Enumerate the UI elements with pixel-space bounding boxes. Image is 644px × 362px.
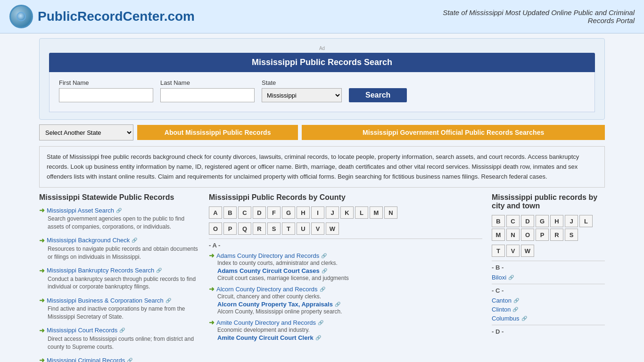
- court-records-link[interactable]: ➜ Mississippi Court Records 🔗: [39, 327, 199, 334]
- corporation-search-link[interactable]: ➜ Mississippi Business & Corporation Sea…: [39, 296, 199, 304]
- adams-county-link[interactable]: ➜ Adams County Directory and Records 🔗: [209, 252, 482, 259]
- search-button[interactable]: Search: [349, 88, 407, 102]
- item-desc: Search government agencies open to the p…: [48, 215, 199, 231]
- city-btn-O[interactable]: O: [521, 229, 534, 241]
- alpha-grid-row1: A B C D F G H I J K L M N: [209, 206, 482, 219]
- clinton-link[interactable]: Clinton 🔗: [492, 306, 605, 313]
- search-box-title: Mississippi Public Records Search: [49, 53, 595, 72]
- city-btn-C[interactable]: C: [506, 215, 520, 227]
- external-link-icon: 🔗: [321, 253, 327, 258]
- alpha-btn-T[interactable]: T: [282, 222, 295, 235]
- city-btn-T[interactable]: T: [492, 245, 505, 257]
- state-select-search[interactable]: Mississippi Alabama Alaska: [262, 88, 342, 102]
- state-nav-select[interactable]: Select Another State Alabama Alaska Ariz…: [39, 124, 133, 140]
- alpha-btn-I[interactable]: I: [311, 206, 324, 219]
- alpha-btn-R[interactable]: R: [253, 222, 266, 235]
- external-link-icon: 🔗: [322, 268, 327, 273]
- external-link-icon: 🔗: [335, 302, 340, 307]
- external-link-icon: 🔗: [156, 268, 162, 273]
- list-item: ➜ Mississippi Background Check 🔗 Resourc…: [39, 237, 199, 261]
- section-d-label: - D -: [492, 328, 605, 335]
- city-btn-V[interactable]: V: [506, 245, 520, 257]
- search-fields: First Name Last Name State Mississippi A…: [49, 72, 595, 112]
- alpha-btn-B[interactable]: B: [223, 206, 237, 219]
- city-btn-S[interactable]: S: [565, 229, 578, 241]
- logo-text[interactable]: PublicRecordCenter.com: [38, 9, 195, 24]
- alpha-btn-V[interactable]: V: [311, 222, 324, 235]
- alpha-btn-K[interactable]: K: [340, 206, 354, 219]
- city-btn-M[interactable]: M: [492, 229, 505, 241]
- alpha-btn-M[interactable]: M: [370, 206, 383, 219]
- adams-circuit-link[interactable]: Adams County Circuit Court Cases 🔗: [217, 267, 482, 274]
- amite-county-link[interactable]: ➜ Amite County Directory and Records 🔗: [209, 319, 482, 326]
- alpha-btn-F[interactable]: F: [267, 206, 281, 219]
- alpha-btn-Q[interactable]: Q: [238, 222, 251, 235]
- logo-icon: [9, 5, 33, 28]
- item-desc: Resources to navigate public records and…: [48, 245, 199, 261]
- criminal-records-link[interactable]: ➜ Mississippi Criminal Records 🔗: [39, 356, 199, 362]
- alpha-btn-S[interactable]: S: [267, 222, 281, 235]
- external-link-icon: 🔗: [165, 298, 171, 303]
- list-item: ➜ Mississippi Business & Corporation Sea…: [39, 296, 199, 321]
- city-btn-J[interactable]: J: [565, 215, 578, 227]
- arrow-icon: ➜: [209, 285, 215, 293]
- arrow-icon: ➜: [209, 252, 215, 259]
- list-item: ➜ Mississippi Criminal Records 🔗: [39, 356, 199, 362]
- first-name-label: First Name: [59, 79, 153, 86]
- external-link-icon: 🔗: [119, 328, 125, 333]
- canton-link[interactable]: Canton 🔗: [492, 297, 605, 304]
- city-btn-N[interactable]: N: [506, 229, 520, 241]
- alpha-btn-N[interactable]: N: [384, 206, 397, 219]
- alcorn-property-link[interactable]: Alcorn County Property Tax, Appraisals 🔗: [217, 301, 482, 308]
- list-item: ➜ Mississippi Asset Search 🔗 Search gove…: [39, 206, 199, 231]
- external-link-icon: 🔗: [315, 335, 321, 340]
- city-btn-D[interactable]: D: [521, 215, 534, 227]
- city-btn-B[interactable]: B: [492, 215, 505, 227]
- county-desc: Index to county courts, administrator an…: [217, 260, 482, 266]
- alpha-btn-O[interactable]: O: [209, 222, 222, 235]
- alpha-btn-A[interactable]: A: [209, 206, 222, 219]
- columbus-link[interactable]: Columbus 🔗: [492, 315, 605, 322]
- external-link-icon: 🔗: [521, 316, 527, 321]
- first-name-input[interactable]: [59, 88, 153, 102]
- bankruptcy-search-link[interactable]: ➜ Mississippi Bankruptcy Records Search …: [39, 267, 199, 274]
- section-a-label: - A -: [209, 242, 482, 249]
- alpha-btn-W[interactable]: W: [326, 222, 339, 235]
- alpha-btn-U[interactable]: U: [297, 222, 310, 235]
- county-item: ➜ Alcorn County Directory and Records 🔗 …: [209, 285, 482, 315]
- content-area: Mississippi Statewide Public Records ➜ M…: [39, 193, 605, 362]
- city-btn-G[interactable]: G: [536, 215, 549, 227]
- last-name-label: Last Name: [160, 79, 255, 86]
- city-btn-W[interactable]: W: [521, 245, 534, 257]
- amite-circuit-link[interactable]: Amite County Circuit Court Clerk 🔗: [217, 334, 482, 341]
- site-logo: PublicRecordCenter.com: [9, 5, 195, 28]
- alpha-btn-P[interactable]: P: [223, 222, 237, 235]
- right-heading: Mississippi public records by city and t…: [492, 193, 605, 210]
- city-btn-H[interactable]: H: [550, 215, 563, 227]
- city-btn-P[interactable]: P: [536, 229, 549, 241]
- alpha-btn-D[interactable]: D: [253, 206, 266, 219]
- alpha-btn-H[interactable]: H: [297, 206, 310, 219]
- gov-button[interactable]: Mississippi Government Official Public R…: [302, 125, 605, 140]
- external-link-icon: 🔗: [132, 238, 137, 243]
- arrow-icon: ➜: [39, 206, 45, 214]
- left-heading: Mississippi Statewide Public Records: [39, 193, 199, 202]
- county-sub-desc: Circuit court cases, marriage license, a…: [217, 275, 482, 281]
- site-tagline: State of Mississippi Most Updated Online…: [437, 8, 635, 25]
- alpha-btn-G[interactable]: G: [282, 206, 295, 219]
- external-link-icon: 🔗: [513, 298, 519, 303]
- city-btn-L[interactable]: L: [579, 215, 593, 227]
- asset-search-link[interactable]: ➜ Mississippi Asset Search 🔗: [39, 206, 199, 214]
- last-name-input[interactable]: [160, 88, 255, 102]
- biloxi-link[interactable]: Biloxi 🔗: [492, 274, 605, 281]
- background-check-link[interactable]: ➜ Mississippi Background Check 🔗: [39, 237, 199, 244]
- alpha-btn-L[interactable]: L: [355, 206, 368, 219]
- middle-column: Mississippi Public Records by County A B…: [209, 193, 482, 362]
- alpha-grid-row2: O P Q R S T U V W: [209, 222, 482, 235]
- city-section-divider-d: [492, 325, 605, 325]
- alpha-btn-C[interactable]: C: [238, 206, 251, 219]
- city-btn-R[interactable]: R: [550, 229, 563, 241]
- about-button[interactable]: About Mississippi Public Records: [137, 125, 298, 140]
- alpha-btn-J[interactable]: J: [326, 206, 339, 219]
- alcorn-county-link[interactable]: ➜ Alcorn County Directory and Records 🔗: [209, 285, 482, 293]
